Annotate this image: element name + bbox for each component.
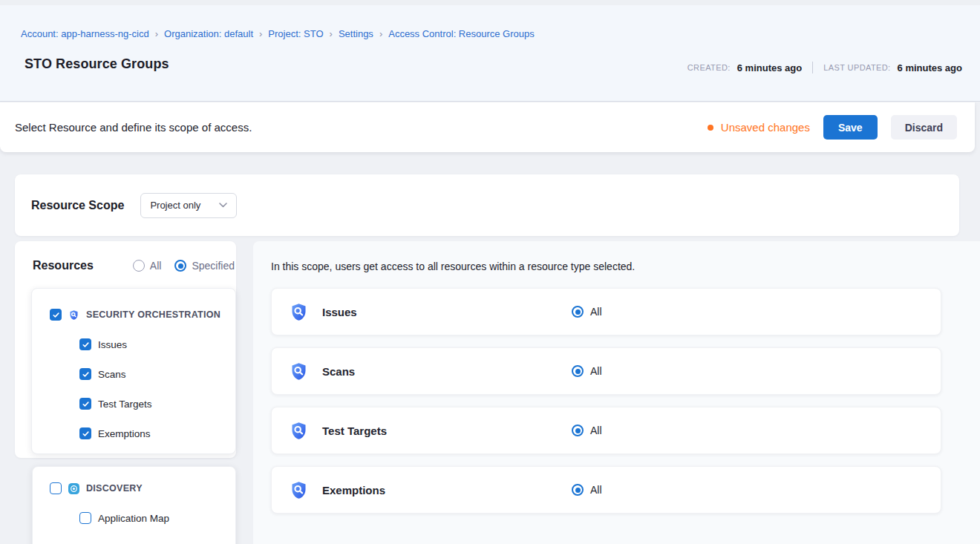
application-map-checkbox[interactable] (79, 512, 91, 524)
issues-checkbox[interactable] (79, 338, 91, 350)
action-toolbar: Select Resource and define its scope of … (0, 102, 975, 152)
discovery-icon (68, 483, 79, 494)
test-targets-label[interactable]: Test Targets (98, 399, 152, 410)
save-button[interactable]: Save (823, 115, 878, 140)
shield-search-icon (289, 361, 309, 381)
security-orchestration-checkbox[interactable] (50, 309, 62, 321)
tree-group-row: DISCOVERY (33, 473, 235, 503)
page-title: STO Resource Groups (24, 56, 169, 72)
breadcrumb-resource-groups-link[interactable]: Access Control: Resource Groups (388, 28, 535, 39)
check-icon (82, 430, 90, 438)
last-updated-value: 6 minutes ago (898, 62, 962, 73)
all-radio[interactable] (572, 306, 584, 318)
unsaved-changes-indicator: Unsaved changes (708, 121, 810, 134)
shield-search-icon (289, 480, 309, 500)
scans-checkbox[interactable] (79, 368, 91, 380)
breadcrumb-settings-link[interactable]: Settings (339, 28, 373, 39)
chevron-down-icon (219, 203, 227, 208)
resources-title: Resources (33, 259, 94, 272)
discovery-group-card: DISCOVERY Application Map (32, 466, 236, 544)
security-orchestration-group-card: SECURITY ORCHESTRATION Issues Scans (31, 288, 236, 454)
breadcrumb-account-link[interactable]: Account: app-harness-ng-cicd (21, 28, 149, 39)
resource-card-exemptions: Exemptions All (271, 466, 941, 514)
shield-search-icon (289, 421, 309, 441)
timestamps-meta: CREATED: 6 minutes ago LAST UPDATED: 6 m… (687, 62, 962, 73)
tree-item-issues: Issues (32, 330, 235, 359)
breadcrumb: Account: app-harness-ng-cicd › Organizat… (21, 28, 535, 39)
last-updated-label: LAST UPDATED: (823, 63, 890, 72)
breadcrumb-organization-link[interactable]: Organization: default (164, 28, 253, 39)
resource-card-issues: Issues All (271, 288, 941, 335)
unsaved-changes-label: Unsaved changes (721, 121, 810, 134)
exemptions-checkbox[interactable] (79, 427, 91, 439)
chevron-right-icon: › (253, 29, 268, 39)
created-label: CREATED: (687, 63, 731, 72)
all-radio[interactable] (572, 425, 584, 436)
resource-scope-label: Resource Scope (31, 199, 124, 212)
test-targets-checkbox[interactable] (79, 398, 91, 410)
tree-item-test-targets: Test Targets (32, 389, 235, 419)
exemptions-label[interactable]: Exemptions (98, 428, 151, 439)
resources-mode-radios: All Specified (133, 260, 235, 272)
all-radio-label[interactable]: All (590, 365, 602, 377)
breadcrumb-project-link[interactable]: Project: STO (268, 28, 323, 39)
discovery-checkbox[interactable] (50, 482, 62, 494)
security-orchestration-label[interactable]: SECURITY ORCHESTRATION (86, 309, 220, 320)
resource-card-test-targets: Test Targets All (271, 407, 941, 454)
created-value: 6 minutes ago (737, 62, 802, 73)
chevron-right-icon: › (373, 29, 388, 39)
all-radio-label[interactable]: All (590, 425, 602, 436)
page-header: Account: app-harness-ng-cicd › Organizat… (0, 5, 980, 102)
tree-item-exemptions: Exemptions (32, 419, 235, 448)
scope-info-text: In this scope, users get access to all r… (271, 260, 635, 272)
meta-divider (812, 62, 813, 73)
all-radio[interactable] (572, 365, 584, 377)
resource-card-title: Issues (322, 306, 357, 318)
resource-card-title: Scans (322, 365, 355, 378)
resource-scope-selected-value: Project only (150, 200, 200, 211)
chevron-right-icon: › (149, 29, 164, 39)
check-icon (82, 400, 90, 408)
tree-item-application-map: Application Map (33, 503, 235, 533)
all-radio[interactable] (572, 484, 584, 496)
discovery-label[interactable]: DISCOVERY (86, 483, 143, 494)
tree-item-scans: Scans (32, 359, 235, 389)
all-mode-label[interactable]: All (150, 260, 162, 272)
tree-group-row: SECURITY ORCHESTRATION (32, 300, 235, 330)
page-top-strip (0, 0, 980, 5)
check-icon (82, 341, 90, 349)
shield-search-icon (68, 309, 79, 321)
issues-label[interactable]: Issues (98, 339, 127, 350)
resource-scope-card: Resource Scope Project only (15, 174, 959, 236)
chevron-right-icon: › (324, 29, 339, 39)
check-icon (52, 311, 60, 319)
resource-card-scans: Scans All (271, 347, 941, 395)
specified-mode-label[interactable]: Specified (192, 260, 235, 272)
resource-card-title: Exemptions (322, 484, 385, 497)
check-icon (82, 370, 90, 378)
unsaved-dot-icon (708, 125, 713, 131)
resource-scope-select[interactable]: Project only (140, 193, 237, 218)
toolbar-message: Select Resource and define its scope of … (15, 121, 252, 134)
resources-panel: Resources All Specified SE (15, 241, 236, 458)
all-radio-label[interactable]: All (590, 484, 602, 496)
scope-access-panel: In this scope, users get access to all r… (253, 241, 980, 544)
resource-card-title: Test Targets (322, 425, 387, 437)
all-radio-label[interactable]: All (590, 306, 602, 318)
application-map-label[interactable]: Application Map (98, 513, 169, 524)
discard-button[interactable]: Discard (891, 115, 957, 140)
scans-label[interactable]: Scans (98, 369, 126, 380)
all-mode-radio[interactable] (133, 260, 145, 272)
specified-mode-radio[interactable] (174, 260, 186, 272)
shield-search-icon (289, 302, 309, 322)
